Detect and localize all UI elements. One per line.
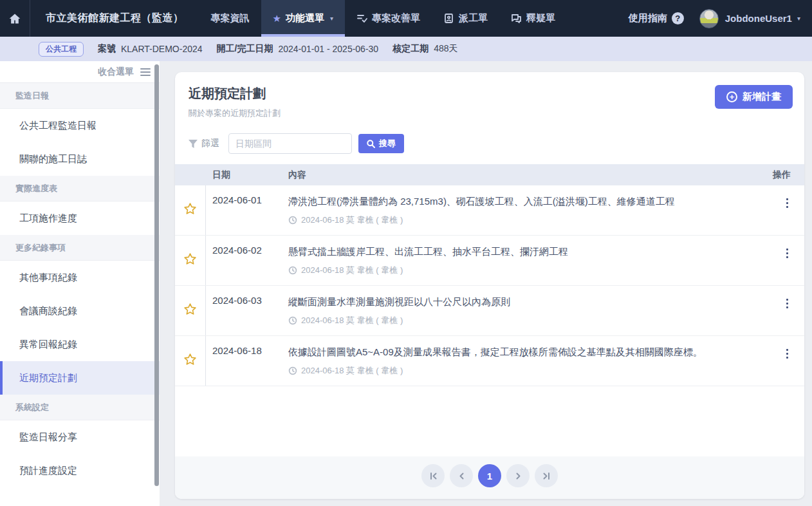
collapse-menu-button[interactable]: 收合選單 [0, 61, 160, 83]
row-content-text[interactable]: 滯洪池工程(滯洪量體約為 23,715m3)、砌石護坡工程、入流工(溢洪堰)工程… [288, 185, 764, 208]
home-icon [8, 12, 21, 25]
row-actions-kebab-icon[interactable] [784, 245, 791, 262]
row-meta-text: 2024-06-18 莫 韋樵 ( 韋樵 ) [301, 265, 403, 276]
row-date: 2024-06-01 [206, 185, 286, 235]
favorite-star-button[interactable] [183, 352, 198, 370]
tab-function-menu[interactable]: ★ 功能選單 ▾ [261, 0, 345, 37]
plus-circle-icon: + [726, 91, 737, 102]
row-meta: 2024-06-18 莫 韋樵 ( 韋樵 ) [288, 365, 764, 377]
favorite-star-button[interactable] [183, 302, 198, 319]
sidebar-section-title: 實際進度表 [0, 176, 160, 201]
chevron-down-icon: ▾ [797, 15, 800, 22]
table-row: 2024-06-03 縱斷面測量水準測量施測視距以八十公尺以內為原則 2024-… [175, 286, 804, 336]
row-meta: 2024-06-18 莫 韋樵 ( 韋樵 ) [288, 315, 764, 326]
navbar-tabs: 專案資訊 ★ 功能選單 ▾ 專案改善單 派工單 釋疑單 [199, 0, 567, 37]
sidebar-item-label: 異常回報紀錄 [19, 339, 77, 351]
table-header-row: 日期 內容 操作 [175, 164, 804, 185]
checklist-icon [356, 13, 367, 24]
row-content-text[interactable]: 懸臂式擋土牆護岸工程、出流工工程、抽水平台工程、攔汙網工程 [288, 236, 764, 258]
favorite-star-button[interactable] [183, 252, 198, 269]
actions-column-header: 操作 [764, 169, 804, 181]
sidebar-item-label: 近期預定計劃 [19, 372, 77, 384]
row-date: 2024-06-18 [206, 336, 286, 386]
date-column-header: 日期 [206, 169, 286, 181]
sidebar-section: 系統設定 監造日報分享 預計進度設定 [0, 395, 160, 487]
sidebar-section-title: 監造日報 [0, 83, 160, 109]
pagination: 1 [175, 456, 804, 499]
sidebar-item[interactable]: 近期預定計劃 [0, 361, 160, 395]
recent-plans-card: 近期預定計劃 關於專案的近期預定計劃 + 新增計畫 篩選 搜尋 [175, 72, 804, 499]
next-page-button[interactable] [506, 464, 530, 487]
sidebar-item[interactable]: 異常回報紀錄 [0, 328, 160, 361]
sidebar-item-label: 預計進度設定 [19, 465, 77, 477]
plans-table: 日期 內容 操作 2024-06-01 滯洪池工程(滯洪量體約為 23,715m… [175, 164, 804, 386]
case-number-field: 案號 KLART-DEMO-2024 [98, 43, 203, 55]
sidebar-section-items: 其他事項紀錄 會議商談紀錄 異常回報紀錄 近期預定計劃 [0, 261, 160, 395]
last-page-button[interactable] [535, 464, 558, 487]
sidebar-section-items: 監造日報分享 預計進度設定 [0, 420, 160, 487]
sidebar-item[interactable]: 監造日報分享 [0, 420, 160, 454]
tab-project-info[interactable]: 專案資訊 [199, 0, 261, 37]
first-page-button[interactable] [421, 464, 445, 487]
row-actions-kebab-icon[interactable] [784, 295, 791, 312]
sidebar: 收合選單 監造日報 公共工程監造日報 關聯的施工日誌 實際進度表 工項施作進度 … [0, 61, 160, 506]
sidebar-item-label: 公共工程監造日報 [19, 120, 97, 132]
sidebar-section-title: 更多紀錄事項 [0, 235, 160, 261]
row-meta-text: 2024-06-18 莫 韋樵 ( 韋樵 ) [301, 365, 403, 377]
sidebar-item[interactable]: 關聯的施工日誌 [0, 142, 160, 176]
search-button[interactable]: 搜尋 [358, 134, 404, 153]
row-meta: 2024-06-18 莫 韋樵 ( 韋樵 ) [288, 265, 764, 276]
tab-clarification-form[interactable]: 釋疑單 [499, 0, 567, 37]
sidebar-section: 更多紀錄事項 其他事項紀錄 會議商談紀錄 異常回報紀錄 近期預定計劃 [0, 235, 160, 395]
hamburger-icon [140, 68, 151, 76]
current-page-button[interactable]: 1 [478, 464, 501, 487]
project-dates-field: 開工/完工日期 2024-01-01 - 2025-06-30 [217, 43, 379, 55]
first-page-icon [429, 471, 438, 481]
sidebar-item-label: 會議商談紀錄 [19, 305, 77, 317]
main-content: 近期預定計劃 關於專案的近期預定計劃 + 新增計畫 篩選 搜尋 [160, 61, 812, 506]
sidebar-item[interactable]: 工項施作進度 [0, 201, 160, 235]
filter-label: 篩選 [189, 138, 219, 149]
row-content-text[interactable]: 依據設計圖圖號A5~A-09及測量成果報告書，擬定工程放樣所需佈設之基準點及其相… [288, 336, 764, 359]
row-content-text[interactable]: 縱斷面測量水準測量施測視距以八十公尺以內為原則 [288, 286, 764, 308]
sidebar-item[interactable]: 預計進度設定 [0, 454, 160, 487]
table-row: 2024-06-18 依據設計圖圖號A5~A-09及測量成果報告書，擬定工程放樣… [175, 336, 804, 386]
row-date: 2024-06-03 [206, 286, 286, 335]
row-meta-text: 2024-06-18 莫 韋樵 ( 韋樵 ) [301, 214, 403, 226]
sidebar-item-label: 監造日報分享 [19, 431, 77, 444]
previous-page-button[interactable] [450, 464, 473, 487]
star-outline-icon [183, 252, 198, 267]
date-range-input[interactable] [228, 133, 352, 154]
user-menu[interactable]: JobdoneUser1 ▾ [725, 13, 800, 24]
star-icon: ★ [273, 13, 281, 24]
favorite-star-button[interactable] [183, 201, 198, 219]
search-icon [367, 140, 375, 148]
table-row: 2024-06-02 懸臂式擋土牆護岸工程、出流工工程、抽水平台工程、攔汙網工程… [175, 236, 804, 286]
last-page-icon [542, 471, 551, 481]
sidebar-section: 監造日報 公共工程監造日報 關聯的施工日誌 [0, 83, 160, 176]
user-avatar[interactable] [699, 9, 719, 28]
sidebar-item[interactable]: 公共工程監造日報 [0, 109, 160, 142]
user-guide-link[interactable]: 使用指南 ? [629, 12, 684, 24]
sidebar-section-items: 公共工程監造日報 關聯的施工日誌 [0, 109, 160, 176]
chevron-right-icon [513, 471, 523, 481]
chat-icon [511, 13, 522, 24]
page-title: 近期預定計劃 [189, 85, 281, 102]
home-button[interactable] [0, 0, 30, 37]
tab-improvement-form[interactable]: 專案改善單 [345, 0, 432, 37]
row-actions-kebab-icon[interactable] [784, 345, 791, 362]
chevron-left-icon [457, 471, 466, 481]
sidebar-section-title: 系統設定 [0, 395, 160, 420]
row-actions-kebab-icon[interactable] [784, 194, 791, 212]
tab-dispatch-form[interactable]: 派工單 [432, 0, 499, 37]
sidebar-scrollbar[interactable] [154, 64, 159, 486]
chevron-down-icon: ▾ [330, 15, 333, 22]
content-column-header: 內容 [286, 169, 764, 181]
project-title: 市立美術館新建工程（監造） [30, 12, 199, 25]
sidebar-item[interactable]: 其他事項紀錄 [0, 261, 160, 294]
id-badge-icon [443, 13, 454, 24]
sidebar-item[interactable]: 會議商談紀錄 [0, 294, 160, 328]
filter-icon [189, 140, 198, 148]
row-date: 2024-06-02 [206, 236, 286, 285]
add-plan-button[interactable]: + 新增計畫 [715, 85, 793, 109]
